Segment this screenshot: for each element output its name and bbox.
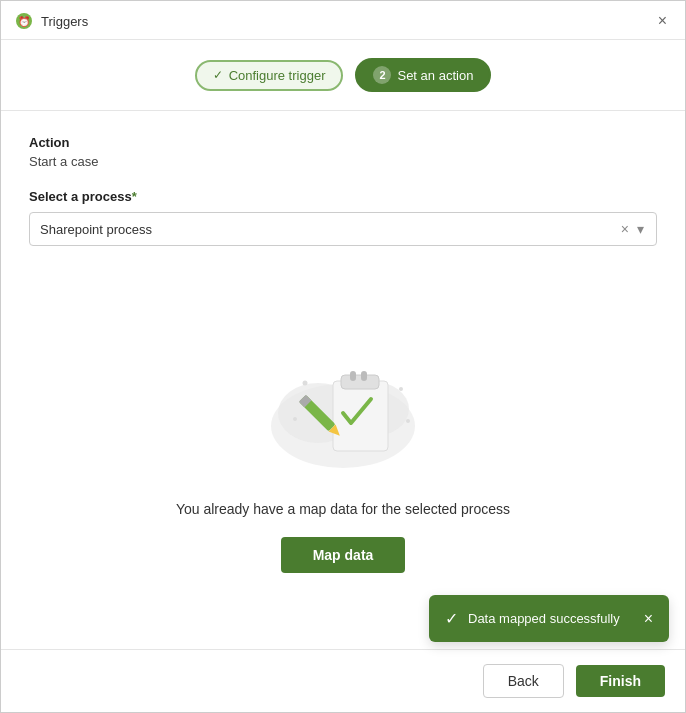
select-clear-button[interactable]: ×: [615, 221, 635, 237]
toast-notification: ✓ Data mapped successfully ×: [429, 595, 669, 642]
svg-rect-6: [341, 375, 379, 389]
svg-point-13: [399, 387, 403, 391]
step-check-icon: ✓: [213, 68, 223, 82]
back-button[interactable]: Back: [483, 664, 564, 698]
close-button[interactable]: ×: [654, 11, 671, 31]
step-set-action-label: Set an action: [397, 68, 473, 83]
required-mark: *: [132, 189, 137, 204]
action-section-value: Start a case: [29, 154, 657, 169]
illustration-svg: [253, 331, 433, 481]
app-title: Triggers: [41, 14, 88, 29]
map-message: You already have a map data for the sele…: [176, 501, 510, 517]
step-configure-trigger[interactable]: ✓ Configure trigger: [195, 60, 344, 91]
toast-message: Data mapped successfully: [468, 611, 634, 626]
steps-bar: ✓ Configure trigger 2 Set an action: [1, 40, 685, 111]
finish-button[interactable]: Finish: [576, 665, 665, 697]
step-number: 2: [373, 66, 391, 84]
illustration-area: You already have a map data for the sele…: [29, 270, 657, 633]
svg-rect-5: [333, 381, 388, 451]
select-dropdown-button[interactable]: ▾: [635, 221, 646, 237]
svg-rect-8: [361, 371, 367, 381]
svg-point-15: [293, 417, 297, 421]
process-select[interactable]: Sharepoint process × ▾: [29, 212, 657, 246]
illustration-wrapper: [253, 331, 433, 481]
step-configure-label: Configure trigger: [229, 68, 326, 83]
action-section-label: Action: [29, 135, 657, 150]
toast-close-button[interactable]: ×: [644, 611, 653, 627]
process-select-value: Sharepoint process: [40, 222, 615, 237]
main-content: Action Start a case Select a process* Sh…: [1, 111, 685, 649]
title-bar: ⏰ Triggers ×: [1, 1, 685, 40]
process-field-label: Select a process*: [29, 189, 657, 204]
svg-rect-7: [350, 371, 356, 381]
map-data-button[interactable]: Map data: [281, 537, 406, 573]
title-bar-left: ⏰ Triggers: [15, 12, 88, 30]
footer: Back Finish: [1, 649, 685, 712]
svg-text:⏰: ⏰: [18, 15, 31, 28]
svg-point-12: [303, 380, 308, 385]
app-logo: ⏰: [15, 12, 33, 30]
toast-check-icon: ✓: [445, 609, 458, 628]
step-set-action[interactable]: 2 Set an action: [355, 58, 491, 92]
svg-point-14: [406, 419, 410, 423]
